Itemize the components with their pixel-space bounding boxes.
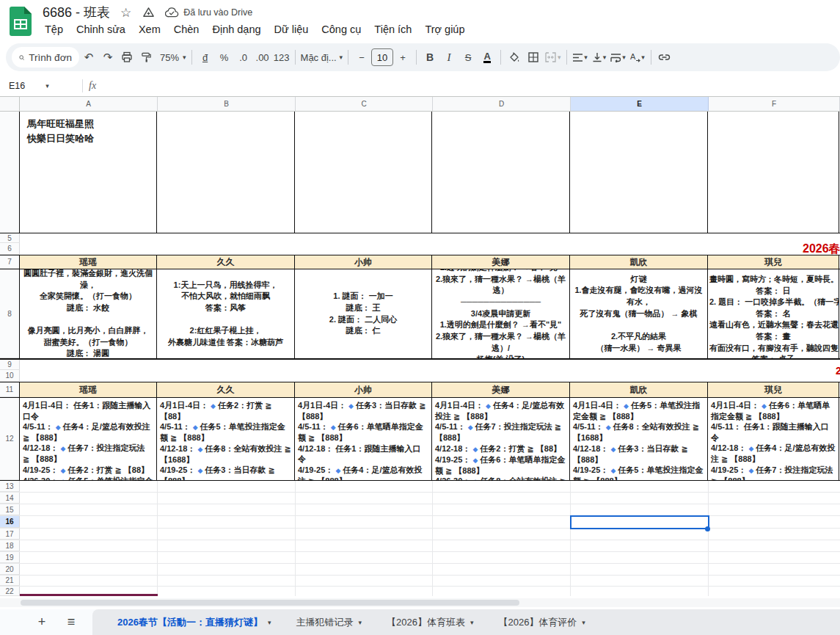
cell[interactable] [709, 564, 840, 575]
cell[interactable] [20, 243, 840, 255]
cell[interactable] [158, 540, 296, 551]
cell[interactable] [158, 481, 296, 492]
cell[interactable] [433, 552, 571, 563]
name-cell-qier[interactable]: 琪兒 [708, 255, 839, 269]
menu-insert[interactable]: Chèn [167, 22, 206, 37]
cell-a1-banner[interactable]: 馬年旺旺福星照 快樂日日笑哈哈 [19, 112, 157, 233]
column-header-f[interactable]: F [709, 97, 840, 111]
cell[interactable] [20, 552, 158, 563]
cell[interactable] [571, 504, 709, 515]
tab-sports-review[interactable]: 【2026】体育评价 ▾ [488, 609, 595, 635]
save-status[interactable]: Đã lưu vào Drive [165, 7, 252, 18]
cell[interactable] [20, 233, 840, 243]
row-header-20[interactable]: 20 [0, 564, 20, 575]
cell[interactable] [20, 576, 158, 586]
horizontal-scrollbar-thumb[interactable] [21, 600, 519, 606]
cell[interactable] [20, 529, 158, 540]
cell[interactable] [571, 493, 709, 504]
task-cell-b[interactable]: 4月1日-4日： ◆ 任务2：打赏 ≧ 【88】4/5-11： ◆ 任务5：单笔… [157, 398, 295, 480]
task-cell-e[interactable]: 4月1日-4日： ◆ 任务5：单笔投注指定金额 ≧ 【888】4/5-11： ◆… [570, 398, 708, 480]
riddle-cell-a[interactable]: 圓圓肚子裡，裝滿金銀財，進火洗個澡， 全家笑開懷。（打一食物） 謎底： 水餃 像… [19, 269, 157, 358]
all-sheets-button[interactable]: ≡ [62, 613, 81, 632]
cell[interactable] [433, 516, 571, 528]
cell[interactable] [571, 552, 709, 563]
add-sheet-button[interactable]: + [32, 613, 51, 632]
row-header-11[interactable]: 11 [0, 382, 20, 397]
column-header-b[interactable]: B [158, 97, 296, 111]
row-header-7[interactable]: 7 [0, 255, 20, 269]
more-formats-button[interactable]: 123 [272, 47, 291, 68]
row-header-blank[interactable] [0, 112, 20, 233]
horizontal-scrollbar-track[interactable] [0, 598, 840, 607]
menu-view[interactable]: Xem [132, 22, 167, 37]
cell[interactable] [709, 529, 840, 540]
cell[interactable] [296, 540, 433, 551]
menu-file[interactable]: Tệp [38, 22, 70, 37]
increase-decimal-button[interactable]: .00 [253, 47, 272, 68]
row-header-16-selected[interactable]: 16 [0, 516, 20, 528]
name-cell-yaoyao[interactable]: 瑶瑶 [19, 382, 157, 397]
cell[interactable] [709, 576, 840, 586]
italic-button[interactable]: I [439, 47, 459, 68]
name-cell-yaoyao[interactable]: 瑶瑶 [19, 255, 157, 269]
row-header-19[interactable]: 19 [0, 552, 20, 563]
cell[interactable] [20, 540, 158, 551]
row-header-12[interactable]: 12 [0, 398, 20, 480]
row-header-6[interactable]: 6 [0, 243, 20, 255]
row-header-18[interactable]: 18 [0, 540, 20, 551]
name-cell-meina[interactable]: 美娜 [432, 382, 570, 397]
task-cell-c[interactable]: 4月1日-4日： ◆ 任务3：当日存款 ≧ 【888】4/5-11： ◆ 任务6… [295, 398, 432, 480]
cell[interactable] [157, 112, 295, 233]
borders-button[interactable] [524, 47, 543, 68]
fill-handle[interactable] [705, 526, 710, 531]
font-size-input[interactable]: 10 [371, 48, 393, 66]
cell[interactable] [433, 564, 571, 575]
row-header-5[interactable]: 5 [0, 233, 20, 243]
column-header-e-selected[interactable]: E [571, 97, 709, 111]
text-rotation-button[interactable]: A ▾ [628, 47, 647, 68]
menu-data[interactable]: Dữ liệu [268, 22, 315, 37]
tab-spring-festival-active[interactable]: 2026春节【活動一：直播猜灯谜】 ▾ [107, 609, 281, 635]
cell[interactable] [295, 112, 432, 233]
riddle-cell-d[interactable]: 1.透明的劍是什麼劍？ →看不"見" 2.狼來了，猜一種水果？ →楊桃（羊逃） … [432, 269, 570, 358]
cell[interactable] [709, 504, 840, 515]
fill-color-button[interactable] [505, 47, 524, 68]
cell[interactable] [433, 576, 571, 586]
text-color-button[interactable]: A [478, 47, 497, 68]
row-header-9[interactable]: 9 [0, 360, 20, 370]
insert-link-button[interactable] [655, 47, 674, 68]
cell[interactable] [433, 587, 571, 596]
bold-button[interactable]: B [420, 47, 439, 68]
decrease-decimal-button[interactable]: .0 [234, 47, 253, 68]
move-folder-icon[interactable] [142, 6, 155, 19]
task-cell-f[interactable]: 4月1日-4日： ◆ 任务6：单笔晒单指定金额 ≧ 【888】4/5-11： 任… [708, 398, 839, 480]
cell[interactable] [20, 493, 158, 504]
cell[interactable] [433, 540, 571, 551]
paint-format-button[interactable] [136, 47, 156, 68]
undo-button[interactable]: ↶ [79, 47, 98, 68]
tab-sports-schedule[interactable]: 【2026】体育班表 ▾ [376, 609, 483, 635]
name-cell-qier[interactable]: 琪兒 [708, 382, 839, 397]
row-header-21[interactable]: 21 [0, 576, 20, 586]
cell[interactable] [158, 529, 296, 540]
cell[interactable] [20, 370, 840, 382]
riddle-cell-b[interactable]: 1:天上一只鸟，用线拴得牢， 不怕大风吹，就怕细雨飘 答案：风筝 2:红红果子棍… [157, 269, 295, 358]
select-all-corner[interactable] [0, 97, 20, 111]
font-select[interactable]: Mặc đị...▾ [299, 47, 345, 68]
cell[interactable] [296, 587, 433, 596]
riddle-cell-c[interactable]: 1. 謎面： 一加一 謎底： 王 2. 謎面： 二人同心 謎底： 仁 [295, 269, 432, 358]
cell[interactable] [571, 587, 709, 596]
cell[interactable] [433, 481, 571, 492]
cell[interactable] [433, 504, 571, 515]
riddle-cell-f[interactable]: 畫時圓，寫時方；冬時短，夏時長。（猜一字） 答案： 日 2. 題目： 一口咬掉多… [708, 269, 839, 358]
cell[interactable] [158, 552, 296, 563]
cell[interactable] [432, 112, 570, 233]
sheets-logo-icon[interactable] [10, 7, 32, 36]
cell[interactable] [296, 552, 433, 563]
zoom-select[interactable]: 75%▾ [156, 47, 188, 68]
menu-help[interactable]: Trợ giúp [418, 22, 471, 37]
row-header-14[interactable]: 14 [0, 493, 20, 504]
row-header-10[interactable]: 10 [0, 370, 20, 382]
cell[interactable] [571, 529, 709, 540]
text-wrap-button[interactable]: ▾ [609, 47, 628, 68]
